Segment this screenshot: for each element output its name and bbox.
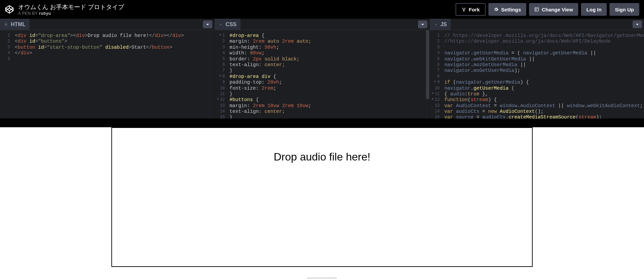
byline-author-link[interactable]: rubyu [39, 11, 51, 16]
js-code: // https://developer.mozilla.org/ja/docs… [442, 30, 644, 119]
chevron-down-icon [206, 23, 209, 26]
fork-icon [462, 7, 466, 12]
login-label: Log In [586, 7, 601, 12]
fork-label: Fork [469, 7, 480, 12]
chevron-down-icon [421, 23, 424, 26]
tab-html[interactable]: HTML [0, 19, 30, 30]
header-right: Fork Settings Change View Log In Sign Up [455, 3, 639, 16]
gear-icon [4, 22, 8, 27]
css-editor[interactable]: 123456789101112131415 #drop-area { margi… [215, 30, 429, 119]
header-left: オウムくん お手本モード プロトタイプ A PEN BY rubyu [5, 3, 124, 16]
title-block: オウムくん お手本モード プロトタイプ A PEN BY rubyu [18, 3, 124, 16]
editor-panels: HTML 12345 <div id="drop-area"><div>Drop… [0, 19, 644, 119]
tab-html-label: HTML [11, 21, 25, 28]
pen-byline: A PEN BY rubyu [18, 11, 124, 16]
start-stop-button[interactable]: Start [308, 278, 336, 279]
svg-point-2 [220, 24, 221, 25]
html-gutter: 12345 [0, 30, 13, 119]
css-gutter: 123456789101112131415 [215, 30, 227, 119]
drop-area[interactable]: Drop audio file here! [111, 127, 533, 267]
panel-css: CSS 123456789101112131415 #drop-area { m… [215, 19, 429, 119]
html-code: <div id="drop-area"><div>Drop audio file… [13, 30, 214, 119]
signup-label: Sign Up [615, 7, 634, 12]
svg-point-3 [435, 24, 436, 25]
preview-pane: Drop audio file here! Start [0, 127, 644, 279]
gear-icon [434, 22, 438, 27]
js-gutter: 123456789101112131415 [430, 30, 442, 119]
panel-js: JS 123456789101112131415 // https://deve… [430, 19, 644, 119]
fork-button[interactable]: Fork [455, 3, 486, 16]
svg-rect-0 [535, 8, 539, 11]
change-view-label: Change View [542, 7, 573, 12]
byline-prefix: A PEN BY [18, 11, 39, 16]
svg-point-1 [6, 24, 7, 25]
js-editor[interactable]: 123456789101112131415 // https://develop… [430, 30, 644, 119]
change-view-button[interactable]: Change View [529, 3, 578, 16]
tab-js[interactable]: JS [430, 19, 451, 30]
drop-area-text: Drop audio file here! [112, 128, 532, 163]
codepen-logo-icon [5, 5, 14, 14]
settings-label: Settings [501, 7, 521, 12]
pen-title: オウムくん お手本モード プロトタイプ [18, 3, 124, 11]
tab-css-label: CSS [225, 21, 236, 28]
panel-js-header: JS [430, 19, 644, 30]
login-button[interactable]: Log In [581, 3, 607, 16]
panel-js-menu-button[interactable] [633, 20, 642, 28]
gear-icon [219, 22, 223, 27]
css-code: #drop-area { margin: 2rem auto 2rem auto… [227, 30, 429, 119]
panel-css-header: CSS [215, 19, 429, 30]
panel-html-menu-button[interactable] [203, 20, 212, 28]
tab-css[interactable]: CSS [215, 19, 240, 30]
buttons-area: Start [0, 278, 644, 279]
signup-button[interactable]: Sign Up [609, 3, 639, 16]
panel-css-menu-button[interactable] [418, 20, 427, 28]
settings-button[interactable]: Settings [488, 3, 526, 16]
gear-icon [494, 7, 498, 12]
layout-icon [534, 7, 539, 12]
header: オウムくん お手本モード プロトタイプ A PEN BY rubyu Fork … [0, 0, 644, 19]
chevron-down-icon [636, 23, 639, 26]
panel-html-header: HTML [0, 19, 214, 30]
html-editor[interactable]: 12345 <div id="drop-area"><div>Drop audi… [0, 30, 214, 119]
panel-html: HTML 12345 <div id="drop-area"><div>Drop… [0, 19, 214, 119]
tab-js-label: JS [440, 21, 447, 28]
